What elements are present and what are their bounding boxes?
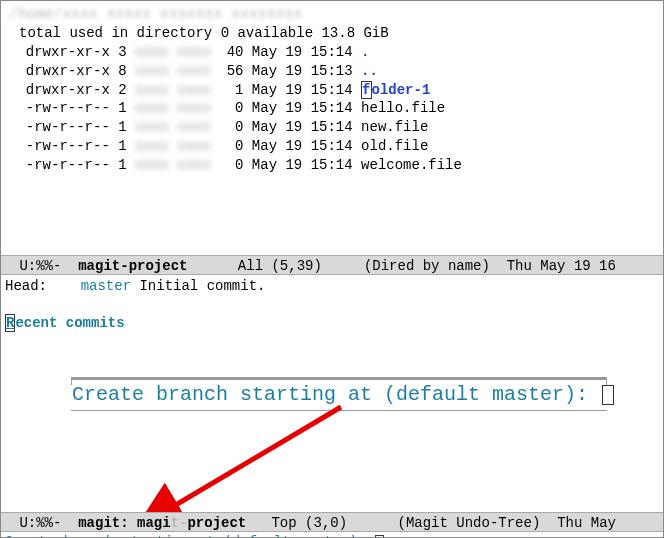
callout-prompt: Create branch starting at (default maste…: [71, 377, 607, 411]
dired-entries: drwxr-xr-x 3 xxxx xxxx 40 May 19 15:14 .…: [9, 43, 655, 175]
dired-pane[interactable]: /home/xxxx xxxxx xxxxxxx xxxxxxxx total …: [1, 1, 663, 255]
recent-commits-heading: Recent commits: [5, 314, 659, 333]
dired-entry[interactable]: -rw-r--r-- 1 xxxx xxxx 0 May 19 15:14 ol…: [9, 137, 655, 156]
minibuffer-prompt[interactable]: Create branch starting at (default maste…: [5, 533, 384, 538]
dired-total-line: total used in directory 0 available 13.8…: [9, 24, 655, 43]
dired-entry[interactable]: -rw-r--r-- 1 xxxx xxxx 0 May 19 15:14 we…: [9, 156, 655, 175]
dir-link[interactable]: ..: [361, 63, 378, 79]
modeline-buffer-name: magit-project: [78, 258, 187, 274]
modeline-magit: U:%%- magit: magit-project Top (3,0) (Ma…: [1, 512, 663, 532]
dired-entry[interactable]: -rw-r--r-- 1 xxxx xxxx 0 May 19 15:14 he…: [9, 99, 655, 118]
file-link[interactable]: welcome.file: [361, 157, 462, 173]
dired-entry[interactable]: -rw-r--r-- 1 xxxx xxxx 0 May 19 15:14 ne…: [9, 118, 655, 137]
modeline-mode: (Magit Undo-Tree): [398, 515, 541, 531]
cursor-icon: [602, 385, 614, 405]
dir-link[interactable]: .: [361, 44, 369, 60]
dired-entry[interactable]: drwxr-xr-x 2 xxxx xxxx 1 May 19 15:14 fo…: [9, 81, 655, 100]
dired-header-obscured: /home/xxxx xxxxx xxxxxxx xxxxxxxx: [9, 5, 655, 24]
file-link[interactable]: old.file: [361, 138, 428, 154]
callout-prompt-text: Create branch starting at (default maste…: [71, 381, 607, 411]
file-link[interactable]: new.file: [361, 119, 428, 135]
magit-head-line: Head: master Initial commit.: [5, 277, 659, 296]
modeline-mode: (Dired by name): [364, 258, 490, 274]
svg-line-1: [169, 407, 341, 509]
dired-entry[interactable]: drwxr-xr-x 3 xxxx xxxx 40 May 19 15:14 .: [9, 43, 655, 62]
dir-link[interactable]: folder-1: [361, 81, 430, 99]
dired-entry[interactable]: drwxr-xr-x 8 xxxx xxxx 56 May 19 15:13 .…: [9, 62, 655, 81]
magit-pane[interactable]: Head: master Initial commit. Recent comm…: [1, 275, 663, 333]
modeline-dired: U:%%- magit-project All (5,39) (Dired by…: [1, 255, 663, 275]
annotation-arrow-icon: [141, 401, 361, 521]
branch-name: master: [81, 278, 131, 294]
modeline-buffer-name: magit: magit-project: [78, 515, 246, 531]
file-link[interactable]: hello.file: [361, 100, 445, 116]
